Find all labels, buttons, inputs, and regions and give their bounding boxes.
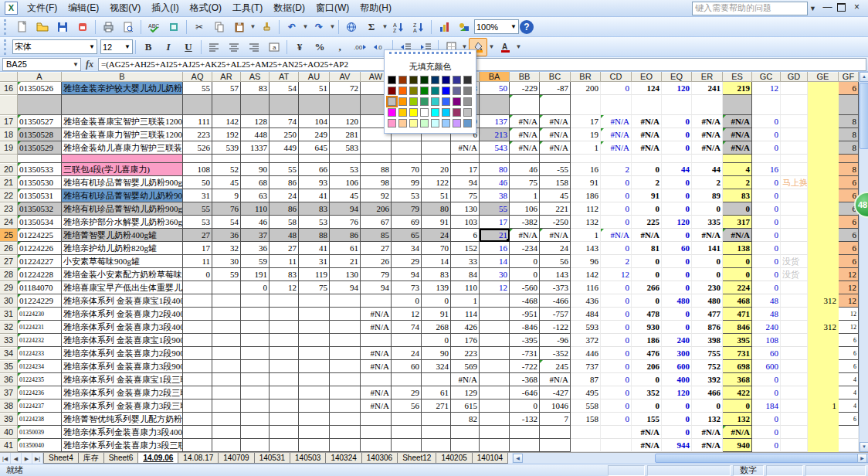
cell-GE33[interactable] [808, 334, 839, 347]
cell-AS36[interactable] [241, 373, 270, 386]
cell-AQ23[interactable]: 55 [183, 202, 212, 216]
cell-ES36[interactable]: 368 [723, 373, 752, 386]
cell-BC28[interactable]: 143 [540, 268, 571, 281]
cell-EO30[interactable]: 0 [632, 294, 662, 308]
cell-BA23[interactable]: 55 [480, 202, 510, 216]
cell-GF33[interactable]: 6 [839, 334, 859, 347]
cell-BA24[interactable]: 17 [480, 216, 510, 229]
cell-B40[interactable]: 雅培亲体系列金装喜康力3段400g盒装 [62, 426, 183, 439]
cell-AQ29[interactable] [183, 281, 212, 294]
cell-AZ22[interactable]: 75 [451, 189, 480, 202]
cell-AX41[interactable] [392, 439, 422, 452]
cell-AS33[interactable] [241, 334, 270, 347]
cell-GC18[interactable]: 0 [752, 128, 781, 141]
color-swatch-FF99CC[interactable] [388, 119, 396, 128]
column-header-GF[interactable]: GF [839, 72, 859, 82]
cell-AZ19[interactable]: #N/A [451, 141, 480, 155]
cell-GC22[interactable]: 0 [752, 189, 781, 202]
cell-AS26[interactable]: 36 [241, 242, 270, 255]
cell-BB24[interactable]: -382 [510, 216, 540, 229]
cell-AX38[interactable]: 56 [392, 400, 422, 413]
cell-AZ40[interactable] [451, 426, 480, 439]
cell-AV21[interactable]: 106 [330, 176, 361, 189]
cell-GD23[interactable] [781, 202, 808, 216]
cell-GEs[interactable] [808, 95, 839, 115]
cell-AT35[interactable] [270, 360, 299, 373]
color-swatch-99CCFF[interactable] [442, 119, 450, 128]
cell-ER24[interactable]: 335 [692, 216, 723, 229]
cell-AS29[interactable]: 0 [241, 281, 270, 294]
cell-AV22[interactable]: 45 [330, 189, 361, 202]
cell-A37[interactable]: 01224236 [18, 386, 62, 400]
cell-B23[interactable]: 雅培有机珍品菁智幼儿奶粉900g（3 [62, 202, 183, 216]
sheet-tab-库存[interactable]: 库存 [78, 453, 104, 464]
color-swatch-000000[interactable] [388, 76, 396, 84]
cell-AW31[interactable]: #N/A [361, 308, 392, 321]
cell-BA17[interactable]: 137 [480, 115, 510, 128]
cell-AU26[interactable]: 41 [299, 242, 330, 255]
cell-AU37[interactable] [299, 386, 330, 400]
cell-GC34[interactable]: 60 [752, 347, 781, 360]
align-center-icon[interactable] [225, 38, 243, 56]
cell-CD36[interactable]: 0 [601, 373, 632, 386]
cell-GF25[interactable]: 6 [839, 229, 859, 242]
cell-ERs[interactable] [692, 155, 723, 163]
cell-ER21[interactable]: 2 [692, 176, 723, 189]
cell-AU41[interactable] [299, 439, 330, 452]
cell-A31[interactable]: 01224230 [18, 308, 62, 321]
column-header-A[interactable]: A [18, 72, 62, 82]
cell-BC26[interactable]: 24 [540, 242, 571, 255]
cell-AX39[interactable] [392, 413, 422, 426]
cell-BR33[interactable]: 372 [571, 334, 601, 347]
cell-ER33[interactable]: 398 [692, 334, 723, 347]
cell-BA41[interactable] [480, 439, 510, 452]
drawing-icon[interactable] [455, 18, 473, 36]
cell-EO38[interactable]: 0 [632, 400, 662, 413]
cell-EO36[interactable]: 0 [632, 373, 662, 386]
cell-AW22[interactable]: 92 [361, 189, 392, 202]
cell-ES20[interactable]: 4 [723, 163, 752, 176]
cell-AW30[interactable] [361, 294, 392, 308]
cell-EO24[interactable]: 225 [632, 216, 662, 229]
cell-ES32[interactable]: 846 [723, 321, 752, 334]
cell-GD24[interactable] [781, 216, 808, 229]
cell-BAs[interactable] [480, 155, 510, 163]
cell-AW20[interactable]: 88 [361, 163, 392, 176]
row-header-17[interactable]: 17 [0, 115, 18, 128]
cell-AZ28[interactable]: 84 [451, 268, 480, 281]
color-swatch-333300[interactable] [409, 76, 418, 84]
cell-GD19[interactable] [781, 141, 808, 155]
cell-BR19[interactable]: 1 [571, 141, 601, 155]
cell-BR16[interactable]: 200 [571, 82, 601, 95]
column-header-EO[interactable]: EO [632, 72, 662, 82]
cell-GC35[interactable]: 600 [752, 360, 781, 373]
cell-EO31[interactable]: 478 [632, 308, 662, 321]
cell-AY40[interactable] [422, 426, 451, 439]
cell-AY36[interactable] [422, 373, 451, 386]
cell-AR17[interactable]: 142 [212, 115, 241, 128]
cell-GF29[interactable]: 12 [839, 281, 859, 294]
cell-BA21[interactable]: 46 [480, 176, 510, 189]
cell-AX21[interactable]: 99 [392, 176, 422, 189]
column-header-B[interactable]: B [62, 72, 183, 82]
cell-B31[interactable]: 雅培亲体系列 金装喜康力2段400g [62, 308, 183, 321]
cell-BB20[interactable]: 46 [510, 163, 540, 176]
column-header-CD[interactable]: CD [601, 72, 632, 82]
cell-AR37[interactable] [212, 386, 241, 400]
row-header-spacer[interactable] [0, 155, 18, 163]
cell-AX34[interactable]: 24 [392, 347, 422, 360]
cell-GF31[interactable]: 12 [839, 308, 859, 321]
cell-GE19[interactable] [808, 141, 839, 155]
cell-ES34[interactable]: 731 [723, 347, 752, 360]
row-header-34[interactable]: 34 [0, 347, 18, 360]
cell-ER41[interactable]: #N/A [692, 439, 723, 452]
copy-icon[interactable] [210, 18, 229, 36]
cell-AQs[interactable] [183, 95, 212, 115]
row-header-38[interactable]: 38 [0, 400, 18, 413]
cell-GF30[interactable]: 12 [839, 294, 859, 308]
cell-AT29[interactable]: 12 [270, 281, 299, 294]
cell-A41[interactable]: 01350040 [18, 439, 62, 452]
cell-BR27[interactable]: 96 [571, 255, 601, 268]
cell-AY30[interactable]: 0 [422, 294, 451, 308]
cell-ES19[interactable]: #N/A [723, 141, 752, 155]
